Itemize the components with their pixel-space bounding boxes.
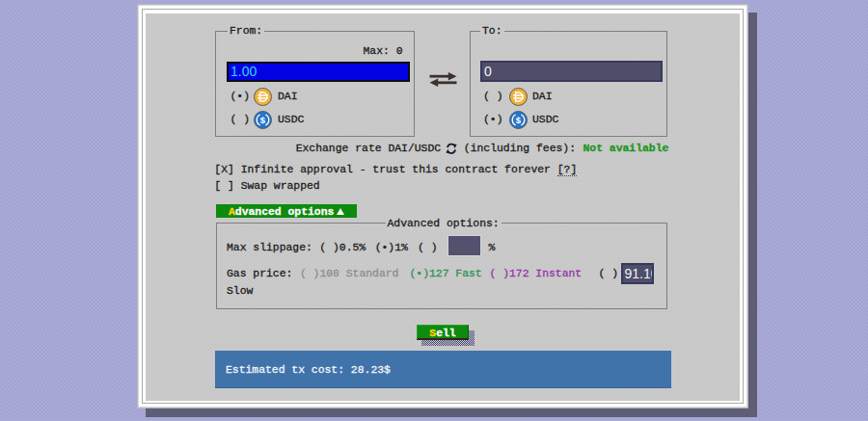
svg-text:$: $ (260, 114, 266, 124)
svg-text:$: $ (515, 114, 521, 124)
